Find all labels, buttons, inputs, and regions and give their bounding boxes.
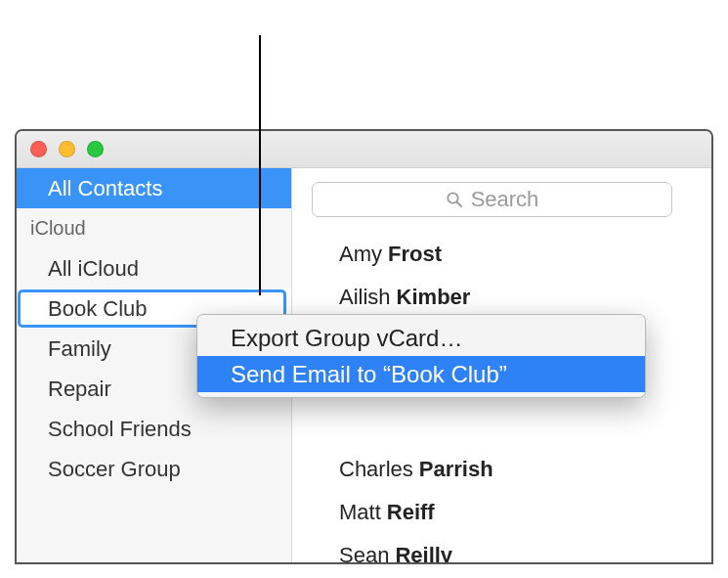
- contact-first: Ailish: [339, 285, 391, 310]
- sidebar-item-label: All iCloud: [48, 256, 139, 282]
- sidebar-item-label: Family: [48, 336, 111, 362]
- menu-item-label: Send Email to “Book Club”: [231, 361, 507, 388]
- list-item[interactable]: Matt Reiff: [312, 491, 682, 534]
- menu-item-export-vcard[interactable]: Export Group vCard…: [197, 320, 645, 356]
- contact-first: Charles: [339, 457, 413, 482]
- contact-last: Kimber: [397, 285, 471, 310]
- list-item[interactable]: Amy Frost: [312, 233, 682, 276]
- list-item[interactable]: [312, 405, 682, 448]
- sidebar-item-label: All Contacts: [48, 176, 162, 201]
- sidebar-item-label: School Friends: [48, 417, 192, 442]
- contact-first: Sean: [339, 543, 389, 562]
- title-bar: [17, 131, 711, 168]
- list-item[interactable]: Sean Reilly: [312, 534, 682, 562]
- search-input[interactable]: Search: [312, 182, 672, 217]
- contact-last: Frost: [388, 242, 442, 267]
- menu-item-label: Export Group vCard…: [231, 325, 462, 352]
- callout-line: [259, 35, 261, 295]
- sidebar-section-header: iCloud: [17, 208, 291, 248]
- close-button[interactable]: [30, 141, 47, 157]
- search-icon: [446, 191, 463, 208]
- sidebar-item-soccer-group[interactable]: Soccer Group: [17, 449, 291, 489]
- svg-line-1: [456, 202, 461, 207]
- sidebar-item-label: Soccer Group: [48, 457, 181, 482]
- contact-last: Reiff: [387, 500, 435, 525]
- list-item[interactable]: Charles Parrish: [312, 448, 682, 491]
- maximize-button[interactable]: [87, 141, 104, 157]
- search-placeholder: Search: [471, 187, 539, 212]
- sidebar-item-all-icloud[interactable]: All iCloud: [17, 248, 291, 289]
- search-wrap: Search: [312, 182, 682, 227]
- contact-first: Amy: [339, 242, 382, 267]
- list-item[interactable]: Ailish Kimber: [312, 276, 682, 319]
- contact-last: Parrish: [419, 457, 493, 482]
- sidebar-section-label: iCloud: [30, 217, 86, 240]
- sidebar-item-all-contacts[interactable]: All Contacts: [17, 168, 291, 208]
- menu-item-send-email[interactable]: Send Email to “Book Club”: [197, 356, 645, 392]
- sidebar-item-school-friends[interactable]: School Friends: [17, 409, 291, 449]
- minimize-button[interactable]: [59, 141, 75, 157]
- contact-last: Reilly: [395, 543, 452, 562]
- sidebar-item-label: Book Club: [48, 296, 148, 322]
- sidebar-item-label: Repair: [48, 377, 111, 402]
- context-menu: Export Group vCard… Send Email to “Book …: [196, 314, 646, 398]
- contact-first: Matt: [339, 500, 381, 525]
